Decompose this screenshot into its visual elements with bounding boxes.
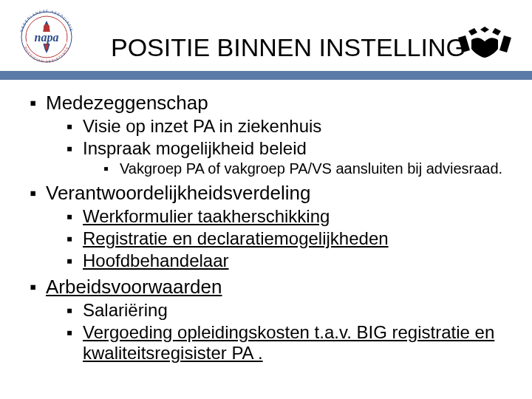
item-label: Inspraak mogelijkheid beleid [83, 138, 521, 159]
bullet-icon: ▪ [30, 276, 46, 299]
bullet-icon: ▪ [30, 182, 46, 205]
bullet-icon: ▪ [66, 322, 83, 343]
divider-bar [0, 71, 532, 80]
list-item[interactable]: ▪ Registratie en declaratiemogelijkheden [66, 228, 521, 249]
item-label: Visie op inzet PA in ziekenhuis [83, 116, 521, 137]
section-heading: ▪ Medezeggenschap [30, 92, 521, 115]
list-item: ▪ Inspraak mogelijkheid beleid [66, 138, 521, 159]
item-link[interactable]: Vergoeding opleidingskosten t.a.v. BIG r… [83, 322, 521, 364]
section-link[interactable]: Arbeidsvoorwaarden [46, 276, 521, 299]
section-label: Medezeggenschap [46, 92, 521, 115]
napa-logo: napa NEDERLANDSE ASSOCIATIE PHYSICIAN AS… [13, 7, 80, 66]
bullet-icon: ▪ [30, 92, 46, 115]
bullet-icon: ▪ [66, 250, 83, 271]
list-item: ▪ Visie op inzet PA in ziekenhuis [66, 116, 521, 137]
item-label: Salariëring [83, 300, 521, 321]
bullet-icon: ▪ [66, 116, 83, 137]
bullet-icon: ▪ [103, 160, 120, 177]
handshake-icon [458, 27, 511, 65]
item-link[interactable]: Registratie en declaratiemogelijkheden [83, 228, 521, 249]
slide-title: POSITIE BINNEN INSTELLING [111, 33, 466, 62]
section-heading[interactable]: ▪ Arbeidsvoorwaarden [30, 276, 521, 299]
subitem-label: Vakgroep PA of vakgroep PA/VS aansluiten… [120, 160, 521, 177]
content-area: ▪ Medezeggenschap ▪ Visie op inzet PA in… [30, 87, 521, 365]
list-item: ▪ Salariëring [66, 300, 521, 321]
list-item[interactable]: ▪ Vergoeding opleidingskosten t.a.v. BIG… [66, 322, 521, 364]
section-heading: ▪ Verantwoordelijkheidsverdeling [30, 182, 521, 205]
item-link[interactable]: Werkformulier taakherschikking [83, 206, 521, 227]
item-link[interactable]: Hoofdbehandelaar [83, 250, 521, 271]
bullet-icon: ▪ [66, 138, 83, 159]
bullet-icon: ▪ [66, 300, 83, 321]
svg-text:napa: napa [35, 31, 59, 44]
list-item[interactable]: ▪ Werkformulier taakherschikking [66, 206, 521, 227]
list-item[interactable]: ▪ Hoofdbehandelaar [66, 250, 521, 271]
section-label: Verantwoordelijkheidsverdeling [46, 182, 521, 205]
list-subitem: ▪ Vakgroep PA of vakgroep PA/VS aansluit… [103, 160, 521, 177]
bullet-icon: ▪ [66, 206, 83, 227]
bullet-icon: ▪ [66, 228, 83, 249]
